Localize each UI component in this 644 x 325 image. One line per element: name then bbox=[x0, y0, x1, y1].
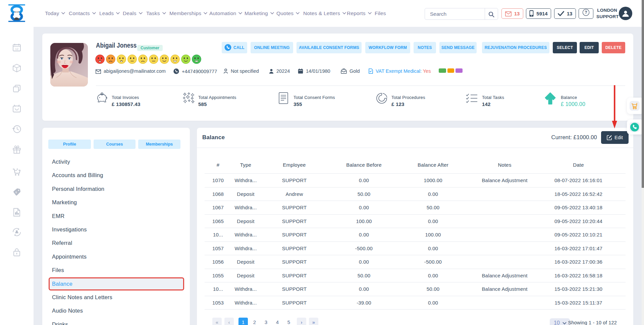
svg-text:?: ? bbox=[585, 10, 587, 15]
svg-text:12: 12 bbox=[15, 47, 18, 51]
